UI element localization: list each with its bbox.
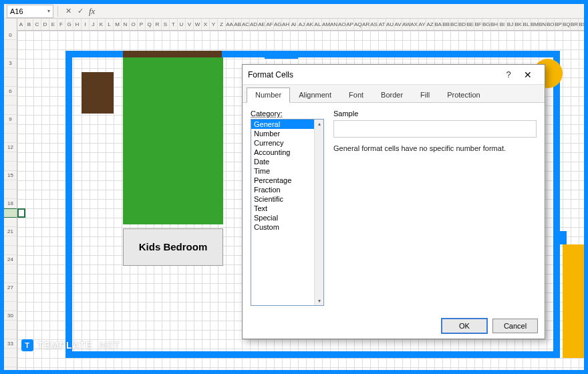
row-header[interactable]: 24: [4, 255, 17, 264]
column-header[interactable]: A: [17, 19, 25, 30]
column-header[interactable]: BG: [482, 19, 490, 30]
column-header[interactable]: AW: [402, 19, 410, 30]
column-header[interactable]: D: [41, 19, 49, 30]
column-header[interactable]: V: [186, 19, 194, 30]
row-header[interactable]: [4, 68, 17, 77]
column-header[interactable]: AA: [226, 19, 234, 30]
category-item[interactable]: Accounting: [251, 148, 323, 157]
column-header[interactable]: BB: [442, 19, 450, 30]
row-header[interactable]: 0: [4, 31, 17, 40]
tab-alignment[interactable]: Alignment: [290, 87, 340, 102]
row-header[interactable]: 3: [4, 59, 17, 68]
column-header[interactable]: Y: [210, 19, 218, 30]
column-header[interactable]: BP: [555, 19, 563, 30]
column-header[interactable]: AB: [234, 19, 242, 30]
column-header[interactable]: BK: [514, 19, 523, 30]
row-header[interactable]: 15: [4, 171, 17, 180]
row-header[interactable]: [4, 106, 17, 115]
column-header[interactable]: AO: [338, 19, 346, 30]
row-header[interactable]: [4, 358, 17, 367]
category-item[interactable]: Date: [251, 157, 323, 166]
column-header[interactable]: BS: [579, 19, 584, 30]
column-header[interactable]: BQ: [563, 19, 571, 30]
column-header[interactable]: AE: [258, 19, 266, 30]
select-all-corner[interactable]: [4, 19, 17, 31]
row-header[interactable]: [4, 208, 17, 218]
cancel-button[interactable]: Cancel: [492, 319, 538, 333]
accept-formula-icon[interactable]: ✓: [74, 5, 86, 17]
column-header[interactable]: I: [82, 19, 90, 30]
row-header[interactable]: 9: [4, 115, 17, 124]
name-box[interactable]: A16 ▾: [7, 5, 53, 18]
row-header[interactable]: 12: [4, 143, 17, 152]
row-header[interactable]: [4, 162, 17, 171]
column-header[interactable]: AM: [322, 19, 330, 30]
tab-border[interactable]: Border: [372, 87, 412, 102]
column-header[interactable]: AN: [330, 19, 338, 30]
row-header[interactable]: [4, 302, 17, 311]
tab-number[interactable]: Number: [247, 87, 290, 103]
column-header[interactable]: BO: [547, 19, 555, 30]
chevron-down-icon[interactable]: ▾: [47, 8, 50, 14]
selected-cell[interactable]: [17, 208, 25, 218]
column-header[interactable]: AJ: [298, 19, 306, 30]
column-header[interactable]: AY: [418, 19, 426, 30]
help-icon[interactable]: ?: [500, 69, 517, 79]
column-header[interactable]: G: [65, 19, 74, 30]
tab-fill[interactable]: Fill: [412, 87, 438, 102]
column-header[interactable]: L: [106, 19, 114, 30]
column-header[interactable]: AU: [386, 19, 394, 30]
column-header[interactable]: F: [57, 19, 65, 30]
column-header[interactable]: AK: [306, 19, 314, 30]
tab-font[interactable]: Font: [340, 87, 372, 102]
category-item[interactable]: Number: [251, 129, 323, 138]
column-header[interactable]: BE: [466, 19, 474, 30]
column-header[interactable]: AS: [370, 19, 378, 30]
column-header[interactable]: BM: [531, 19, 539, 30]
column-header[interactable]: M: [114, 19, 122, 30]
column-header[interactable]: BL: [523, 19, 531, 30]
row-header[interactable]: 30: [4, 311, 17, 321]
column-header[interactable]: X: [202, 19, 210, 30]
scroll-up-icon[interactable]: ▴: [318, 120, 321, 128]
category-item[interactable]: Percentage: [251, 176, 323, 185]
cancel-formula-icon[interactable]: ✕: [62, 5, 74, 17]
column-header[interactable]: AD: [250, 19, 258, 30]
column-header[interactable]: U: [178, 19, 186, 30]
category-item[interactable]: Special: [251, 213, 323, 222]
column-header[interactable]: AZ: [426, 19, 434, 30]
row-header[interactable]: [4, 236, 17, 246]
ok-button[interactable]: OK: [442, 319, 487, 333]
column-header[interactable]: BD: [458, 19, 466, 30]
column-header[interactable]: BF: [474, 19, 482, 30]
row-header[interactable]: [4, 134, 17, 143]
column-header[interactable]: N: [122, 19, 130, 30]
scroll-down-icon[interactable]: ▾: [318, 297, 321, 305]
row-header[interactable]: [4, 49, 17, 59]
column-header[interactable]: E: [49, 19, 57, 30]
row-header[interactable]: 21: [4, 227, 17, 236]
row-header[interactable]: [4, 264, 17, 274]
row-header[interactable]: [4, 124, 17, 134]
close-icon[interactable]: ✕: [517, 69, 539, 80]
column-header[interactable]: Q: [146, 19, 154, 30]
column-header[interactable]: BR: [571, 19, 579, 30]
column-header[interactable]: BI: [498, 19, 506, 30]
column-header[interactable]: P: [138, 19, 146, 30]
row-header[interactable]: 6: [4, 87, 17, 96]
column-header[interactable]: BN: [539, 19, 547, 30]
column-header[interactable]: K: [98, 19, 106, 30]
column-header[interactable]: BA: [434, 19, 442, 30]
category-list[interactable]: GeneralNumberCurrencyAccountingDateTimeP…: [251, 119, 324, 306]
category-item[interactable]: Scientific: [251, 194, 323, 204]
row-header[interactable]: [4, 152, 17, 162]
category-item[interactable]: Text: [251, 204, 323, 213]
column-header[interactable]: W: [194, 19, 202, 30]
category-item[interactable]: Custom: [251, 222, 323, 232]
row-header[interactable]: [4, 246, 17, 255]
column-header[interactable]: AF: [266, 19, 274, 30]
row-header[interactable]: [4, 293, 17, 302]
category-item[interactable]: Currency: [251, 138, 323, 148]
row-header[interactable]: [4, 349, 17, 358]
column-header[interactable]: S: [162, 19, 170, 30]
